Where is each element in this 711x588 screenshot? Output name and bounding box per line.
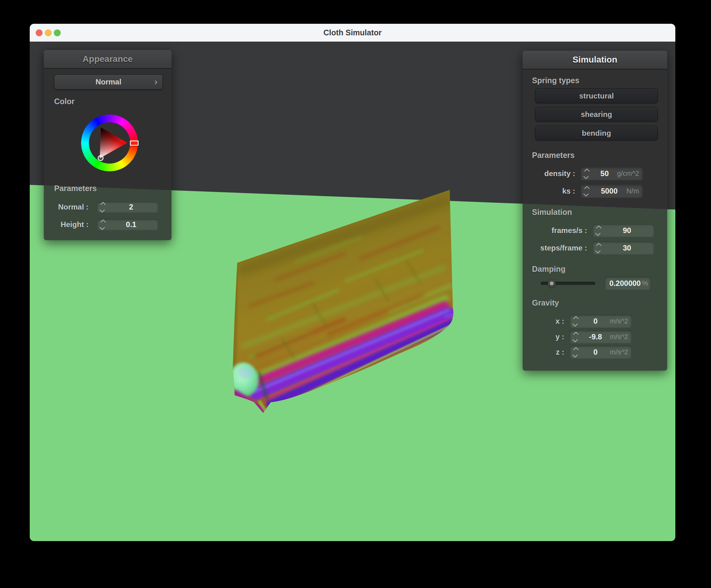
spinner-up-icon[interactable] xyxy=(584,168,589,174)
simulation-section-label: Simulation xyxy=(532,208,572,217)
spinner-up-icon[interactable] xyxy=(573,332,579,337)
height-spinner[interactable] xyxy=(97,220,108,229)
spinner-up-icon[interactable] xyxy=(596,225,601,230)
color-label: Color xyxy=(54,97,74,106)
hue-selector[interactable] xyxy=(130,140,138,146)
structural-button[interactable]: structural xyxy=(535,89,658,103)
normal-field[interactable]: 2 xyxy=(97,201,159,213)
appearance-panel: Appearance Normal › Color Parameters Nor… xyxy=(44,50,172,240)
damping-value: 0.200000 xyxy=(605,279,641,288)
ks-value: 5000 xyxy=(592,187,626,196)
spinner-up-icon[interactable] xyxy=(584,186,589,191)
gravity-z-spinner[interactable] xyxy=(570,348,581,357)
steps-label: steps/frame : xyxy=(523,244,587,252)
gravity-z-unit: m/s^2 xyxy=(610,348,632,356)
damping-slider-knob[interactable] xyxy=(548,279,556,288)
ks-row: ks : 5000 N/m xyxy=(523,184,667,198)
ks-label: ks : xyxy=(523,187,575,196)
spinner-down-icon[interactable] xyxy=(573,352,578,358)
titlebar[interactable]: Cloth Simulator xyxy=(30,24,675,42)
gravity-z-field[interactable]: 0 m/s^2 xyxy=(569,345,632,359)
gravity-y-spinner[interactable] xyxy=(570,333,581,342)
normal-label: Normal : xyxy=(44,203,89,211)
gravity-x-spinner[interactable] xyxy=(570,317,581,326)
minimize-button[interactable] xyxy=(45,29,52,36)
simulation-panel-header[interactable]: Simulation xyxy=(523,51,667,69)
appearance-panel-header[interactable]: Appearance xyxy=(44,50,172,69)
simulation-parameters-label: Parameters xyxy=(532,151,575,160)
gravity-z-label: z : xyxy=(523,348,564,357)
appearance-panel-title: Appearance xyxy=(83,54,133,64)
window-controls xyxy=(36,24,61,42)
gravity-x-unit: m/s^2 xyxy=(610,317,632,325)
height-label: Height : xyxy=(44,220,89,229)
spinner-up-icon[interactable] xyxy=(101,202,106,207)
gravity-label: Gravity xyxy=(532,298,559,308)
height-field[interactable]: 0.1 xyxy=(97,219,159,230)
frames-field[interactable]: 90 xyxy=(592,224,655,238)
gravity-y-value: -9.8 xyxy=(581,333,610,341)
ks-unit: N/m xyxy=(626,187,643,195)
bending-button[interactable]: bending xyxy=(535,126,658,140)
density-label: density : xyxy=(523,169,575,178)
app-window: Cloth Simulator xyxy=(30,24,675,541)
spinner-down-icon[interactable] xyxy=(100,207,105,212)
gravity-x-value: 0 xyxy=(581,317,610,325)
spinner-up-icon[interactable] xyxy=(101,219,106,225)
gravity-y-label: y : xyxy=(523,333,564,341)
height-value: 0.1 xyxy=(108,220,154,229)
damping-field[interactable]: 0.200000 % xyxy=(605,276,651,290)
density-value: 50 xyxy=(592,169,617,178)
gravity-x-row: x : 0 m/s^2 xyxy=(523,315,667,328)
spinner-down-icon[interactable] xyxy=(583,191,589,197)
spinner-down-icon[interactable] xyxy=(595,230,601,236)
spinner-up-icon[interactable] xyxy=(573,347,579,352)
damping-label: Damping xyxy=(532,265,565,274)
simulation-panel: Simulation Spring types structural shear… xyxy=(523,51,667,370)
steps-field[interactable]: 30 xyxy=(592,241,655,255)
gravity-x-field[interactable]: 0 m/s^2 xyxy=(569,314,632,328)
gravity-y-row: y : -9.8 m/s^2 xyxy=(523,330,667,343)
normal-spinner[interactable] xyxy=(97,203,108,212)
spring-types-label: Spring types xyxy=(532,76,579,85)
zoom-button[interactable] xyxy=(54,29,61,36)
window-title: Cloth Simulator xyxy=(323,28,382,37)
chevron-right-icon: › xyxy=(154,76,157,87)
steps-value: 30 xyxy=(604,244,650,252)
gravity-x-label: x : xyxy=(523,317,564,325)
close-button[interactable] xyxy=(36,29,43,36)
steps-row: steps/frame : 30 xyxy=(523,242,667,255)
shader-dropdown[interactable]: Normal › xyxy=(54,74,163,89)
ks-field[interactable]: 5000 N/m xyxy=(581,184,643,198)
shader-dropdown-value: Normal xyxy=(95,77,122,86)
height-row: Height : 0.1 xyxy=(44,219,172,230)
density-row: density : 50 g/cm^2 xyxy=(523,167,667,180)
steps-spinner[interactable] xyxy=(593,244,604,253)
gravity-y-field[interactable]: -9.8 m/s^2 xyxy=(569,330,632,344)
frames-spinner[interactable] xyxy=(593,226,604,235)
spinner-down-icon[interactable] xyxy=(595,248,601,253)
frames-row: frames/s : 90 xyxy=(523,224,667,237)
frames-value: 90 xyxy=(604,226,650,235)
spinner-down-icon[interactable] xyxy=(100,225,105,230)
normal-row: Normal : 2 xyxy=(44,201,172,213)
spinner-down-icon[interactable] xyxy=(573,337,578,342)
gravity-y-unit: m/s^2 xyxy=(610,333,632,341)
simulation-panel-title: Simulation xyxy=(573,55,617,65)
density-spinner[interactable] xyxy=(581,169,592,178)
normal-value: 2 xyxy=(108,203,154,211)
spinner-down-icon[interactable] xyxy=(573,321,578,326)
spinner-down-icon[interactable] xyxy=(583,174,589,179)
gravity-z-row: z : 0 m/s^2 xyxy=(523,346,667,359)
spinner-up-icon[interactable] xyxy=(596,243,601,248)
damping-unit: % xyxy=(641,279,651,288)
density-field[interactable]: 50 g/cm^2 xyxy=(581,167,643,180)
spinner-up-icon[interactable] xyxy=(573,316,579,321)
density-unit: g/cm^2 xyxy=(617,169,643,178)
gravity-z-value: 0 xyxy=(581,348,610,357)
saturation-value-selector[interactable] xyxy=(98,155,104,161)
shearing-button[interactable]: shearing xyxy=(535,107,658,122)
frames-label: frames/s : xyxy=(523,226,587,235)
appearance-parameters-label: Parameters xyxy=(54,184,97,193)
ks-spinner[interactable] xyxy=(581,187,592,196)
